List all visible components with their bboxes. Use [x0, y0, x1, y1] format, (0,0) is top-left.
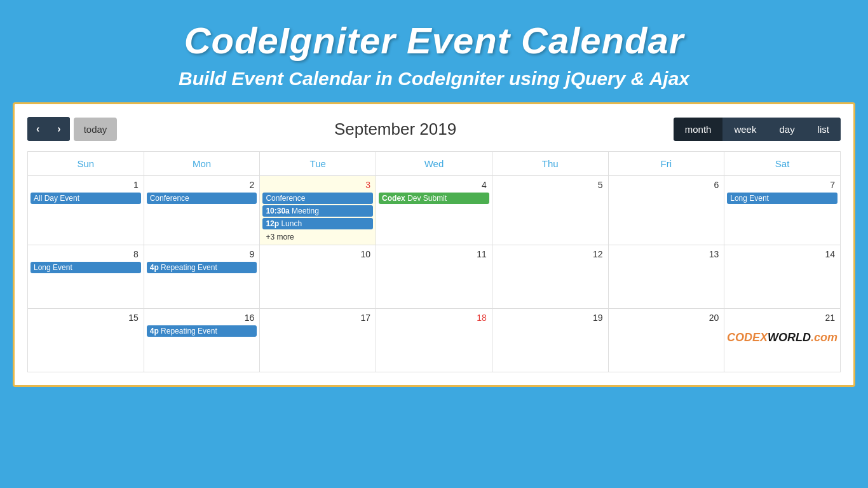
cell-sep15: 15 [28, 309, 144, 372]
table-row: 8 Long Event 9 4p Repeating Event 10 11 [28, 245, 841, 309]
today-button[interactable]: today [74, 118, 118, 141]
page-title: CodeIgniter Event Calendar [13, 19, 855, 62]
prev-button[interactable]: ‹ [27, 117, 48, 141]
cell-sep9: 9 4p Repeating Event [144, 245, 260, 309]
event-bar[interactable]: Conference [147, 193, 257, 204]
event-bar[interactable]: 4p Repeating Event [147, 262, 257, 273]
cell-sep6: 6 [608, 176, 724, 245]
cell-sep17: 17 [260, 309, 376, 372]
event-bar[interactable]: Codex Dev Submit [379, 193, 489, 204]
nav-btn-group: ‹ › [27, 117, 70, 141]
event-bar[interactable]: 12p Lunch [262, 218, 373, 229]
date-number: 7 [727, 179, 837, 191]
cell-sep18: 18 [376, 309, 492, 372]
col-fri: Fri [608, 152, 724, 176]
date-number: 18 [379, 311, 489, 324]
col-sat: Sat [724, 152, 841, 176]
cell-sep8: 8 Long Event [28, 245, 144, 309]
event-bar[interactable]: Long Event [31, 262, 141, 273]
date-number: 6 [611, 179, 722, 191]
date-number: 20 [611, 311, 722, 324]
event-bar[interactable]: 10:30a Meeting [262, 205, 373, 217]
col-sun: Sun [28, 152, 144, 176]
cell-sep14: 14 [724, 245, 841, 309]
date-number: 15 [31, 311, 141, 324]
table-row: 15 16 4p Repeating Event 17 18 19 [28, 309, 841, 372]
date-number: 19 [495, 311, 606, 324]
watermark-codex: CODEX [727, 331, 768, 344]
cell-sep13: 13 [608, 245, 724, 309]
calendar-month-title: September 2019 [334, 119, 456, 139]
cell-sep10: 10 [260, 245, 376, 309]
more-events-link[interactable]: +3 more [262, 232, 297, 242]
cell-sep21: 21 CODEXWORLD.com [724, 309, 841, 372]
date-number: 13 [611, 248, 722, 261]
page-subtitle: Build Event Calendar in CodeIgniter usin… [13, 68, 855, 90]
col-wed: Wed [376, 152, 492, 176]
cell-sep16: 16 4p Repeating Event [144, 309, 260, 372]
codexworld-watermark: CODEXWORLD.com [727, 331, 837, 344]
view-week-button[interactable]: week [722, 118, 768, 141]
date-number: 5 [495, 179, 606, 191]
date-number: 2 [147, 179, 257, 191]
date-number: 4 [379, 179, 489, 191]
date-number: 1 [31, 179, 141, 191]
col-mon: Mon [144, 152, 260, 176]
cell-sep3-today: 3 Conference 10:30a Meeting 12p Lunch +3… [260, 176, 376, 245]
date-number: 9 [147, 248, 257, 261]
view-list-button[interactable]: list [806, 118, 841, 141]
table-row: 1 All Day Event 2 Conference 3 Conferenc… [28, 176, 841, 245]
col-thu: Thu [492, 152, 608, 176]
date-number: 3 [262, 179, 373, 191]
watermark-world: WORLD [768, 331, 811, 344]
view-month-button[interactable]: month [674, 118, 723, 141]
event-bar[interactable]: Long Event [727, 193, 837, 204]
cell-sep1: 1 All Day Event [28, 176, 144, 245]
cell-sep4: 4 Codex Dev Submit [376, 176, 492, 245]
cell-sep12: 12 [492, 245, 608, 309]
next-button[interactable]: › [48, 117, 69, 141]
cell-sep19: 19 [492, 309, 608, 372]
date-number: 10 [262, 248, 373, 261]
date-number: 17 [262, 311, 373, 324]
date-number: 21 [727, 311, 837, 324]
event-bar[interactable]: Conference [262, 193, 373, 204]
cell-sep20: 20 [608, 309, 724, 372]
view-day-button[interactable]: day [768, 118, 806, 141]
date-number: 16 [147, 311, 257, 324]
cell-sep2: 2 Conference [144, 176, 260, 245]
watermark-dotcom: .com [811, 331, 837, 344]
cell-sep11: 11 [376, 245, 492, 309]
toolbar-left: ‹ › today [27, 117, 117, 141]
date-number: 14 [727, 248, 837, 261]
event-bar[interactable]: All Day Event [31, 193, 141, 204]
col-tue: Tue [260, 152, 376, 176]
date-number: 8 [31, 248, 141, 261]
event-time: 4p [150, 327, 159, 336]
date-number: 11 [379, 248, 489, 261]
event-time: 12p [266, 219, 279, 228]
event-bar[interactable]: 4p Repeating Event [147, 325, 257, 337]
cell-sep5: 5 [492, 176, 608, 245]
calendar-grid: Sun Mon Tue Wed Thu Fri Sat 1 All Day Ev… [27, 151, 841, 372]
event-time: 4p [150, 263, 159, 272]
date-number: 12 [495, 248, 606, 261]
calendar-bottom-wrap: Sun Mon Tue Wed Thu Fri Sat 1 All Day Ev… [27, 151, 841, 372]
view-btn-group: month week day list [674, 118, 841, 141]
bold-text: Codex [382, 194, 405, 203]
calendar-toolbar: ‹ › today September 2019 month week day … [27, 117, 841, 141]
event-time: 10:30a [266, 207, 289, 215]
cell-sep7: 7 Long Event [724, 176, 841, 245]
